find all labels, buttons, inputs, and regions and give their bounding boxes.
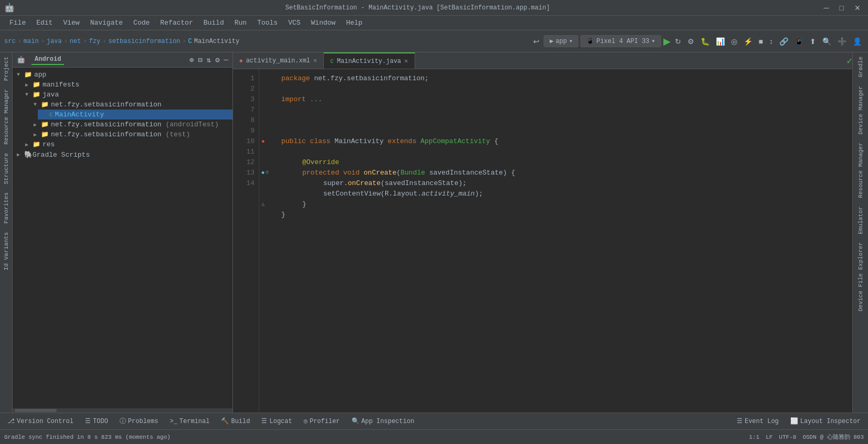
terminal-icon: >_ <box>170 418 177 425</box>
menu-build[interactable]: Build <box>198 18 229 28</box>
bottom-tab-todo[interactable]: ☰ TODO <box>80 415 113 427</box>
bottom-tab-logcat[interactable]: ☰ Logcat <box>256 415 297 427</box>
profile-button[interactable]: 👤 <box>851 36 864 47</box>
menu-refactor[interactable]: Refactor <box>155 18 198 28</box>
bottom-tab-build[interactable]: 🔨 Build <box>216 415 255 427</box>
tree-item-mainactivity[interactable]: C MainActivity <box>38 110 232 120</box>
toolbar-button-7[interactable]: ⚡ <box>742 36 755 47</box>
android-panel-icon: 🤖 <box>17 56 25 64</box>
left-tab-project[interactable]: Project <box>2 52 10 85</box>
panel-tab-android[interactable]: Android <box>31 55 64 65</box>
toolbar-button-12[interactable]: ⬆ <box>808 36 818 47</box>
back-button[interactable]: ↩ <box>531 36 542 47</box>
tab-close-java[interactable]: ✕ <box>404 57 408 65</box>
tab-activity-main-xml[interactable]: ◈ activity_main.xml ✕ <box>233 52 324 69</box>
folder-icon-manifests: 📁 <box>33 81 40 89</box>
right-tab-device-file-explorer[interactable]: Device File Explorer <box>856 240 865 313</box>
breadcrumb-setbasicinformation[interactable]: setbasicinformation <box>108 38 180 45</box>
menu-vcs[interactable]: VCS <box>283 18 305 28</box>
bottom-tab-version-control[interactable]: ⎇ Version Control <box>2 415 79 427</box>
fold-end-icon[interactable]: △ <box>261 199 264 210</box>
toolbar-button-10[interactable]: 🔗 <box>777 36 790 47</box>
toolbar-button-8[interactable]: ■ <box>757 36 765 47</box>
status-encoding[interactable]: LF <box>766 434 772 440</box>
bottom-tab-event-log[interactable]: ☰ Event Log <box>732 415 784 427</box>
panel-close-btn[interactable]: — <box>224 56 228 64</box>
menu-view[interactable]: View <box>58 18 84 28</box>
bottom-tabs: ⎇ Version Control ☰ TODO ⓘ Problems >_ T… <box>0 413 868 429</box>
panel-expand-btn[interactable]: ⊕ <box>189 56 194 64</box>
tree-item-app[interactable]: ▼ 📁 app <box>13 70 232 80</box>
device-dropdown[interactable]: 📱 Pixel 4 API 33 ▾ <box>580 35 661 47</box>
menu-run[interactable]: Run <box>229 18 252 28</box>
bookmark-icon: ◆ <box>261 168 264 178</box>
toolbar-button-9[interactable]: ↕ <box>767 36 775 47</box>
status-position[interactable]: 1:1 <box>749 434 759 440</box>
tab-close-xml[interactable]: ✕ <box>313 57 317 64</box>
minimize-button[interactable]: ─ <box>821 3 832 13</box>
tree-item-manifests[interactable]: ▶ 📁 manifests <box>21 80 232 90</box>
right-tab-device-manager[interactable]: Device Manager <box>856 84 865 136</box>
status-charset[interactable]: UTF-8 <box>779 434 796 440</box>
bottom-tab-app-inspection[interactable]: 🔍 App Inspection <box>346 415 420 427</box>
tree-item-androidtest[interactable]: ▶ 📁 net.fzy.setbasicinformation (android… <box>29 120 232 129</box>
bottom-tab-profiler[interactable]: ◎ Profiler <box>299 415 345 427</box>
search-everywhere-button[interactable]: 🔍 <box>820 36 833 47</box>
debug-button[interactable]: 🐛 <box>698 36 712 47</box>
folder-icon-androidtest: 📁 <box>41 121 49 128</box>
breadcrumb-net[interactable]: net <box>70 38 81 45</box>
code-line-2 <box>281 84 846 94</box>
code-line-6 <box>281 126 846 136</box>
tab-mainactivity-java[interactable]: C MainActivity.java ✕ <box>324 52 415 69</box>
annotation-override: @Override <box>302 157 339 168</box>
scrollbar-horizontal[interactable] <box>13 408 232 413</box>
bottom-tab-layout-inspector[interactable]: ⬜ Layout Inspector <box>785 415 866 427</box>
menu-navigate[interactable]: Navigate <box>85 18 128 28</box>
maximize-button[interactable]: □ <box>837 3 847 13</box>
menu-edit[interactable]: Edit <box>31 18 58 28</box>
menu-window[interactable]: Window <box>306 18 341 28</box>
toolbar-button-3[interactable]: ⚙ <box>685 36 696 47</box>
left-tab-favorites[interactable]: Favorites <box>2 188 10 228</box>
breadcrumb-java[interactable]: java <box>47 38 62 45</box>
gutter: ● ◆▽ △ <box>259 69 275 413</box>
menu-code[interactable]: Code <box>128 18 155 28</box>
menu-help[interactable]: Help <box>341 18 367 28</box>
sync-button[interactable]: ↻ <box>673 36 683 47</box>
fold-icon[interactable]: ▽ <box>266 168 269 178</box>
xml-tab-icon: ◈ <box>239 57 243 64</box>
run-button[interactable]: ▶ <box>663 36 671 47</box>
tree-item-java[interactable]: ▼ 📁 java <box>21 90 232 100</box>
right-tab-gradle[interactable]: Gradle <box>856 55 865 80</box>
panel-collapse-btn[interactable]: ⊟ <box>198 56 202 64</box>
right-tab-emulator[interactable]: Emulator <box>856 204 865 236</box>
left-tab-id-variants[interactable]: Id Variants <box>2 228 10 275</box>
tree-item-test[interactable]: ▶ 📁 net.fzy.setbasicinformation (test) <box>29 129 232 139</box>
close-button[interactable]: ✕ <box>851 3 864 13</box>
toolbar-button-11[interactable]: 📱 <box>792 36 806 47</box>
toolbar-button-6[interactable]: ◎ <box>729 36 739 47</box>
panel-sort-btn[interactable]: ⇅ <box>207 56 211 64</box>
sync-project-button[interactable]: ➕ <box>835 36 849 47</box>
tree-item-gradle[interactable]: ▶ 🐘 Gradle Scripts <box>13 149 232 160</box>
panel-settings-btn[interactable]: ⚙ <box>215 56 219 64</box>
breadcrumb-main[interactable]: main <box>24 38 39 45</box>
tree-item-package[interactable]: ▼ 📁 net.fzy.setbasicinformation <box>29 100 232 110</box>
code-content[interactable]: package net.fzy.setbasicinformation; imp… <box>275 69 852 413</box>
toolbar-button-5[interactable]: 📊 <box>714 36 727 47</box>
tab-label-java: MainActivity.java <box>337 58 401 65</box>
left-tab-structure[interactable]: Structure <box>2 149 10 188</box>
menu-tools[interactable]: Tools <box>252 18 283 28</box>
breadcrumb-mainactivity[interactable]: MainActivity <box>194 38 239 45</box>
breadcrumb-fzy[interactable]: fzy <box>89 38 101 45</box>
left-panel: 🤖 Android ⊕ ⊟ ⇅ ⚙ — ▼ 📁 app ▶ 📁 manifest… <box>13 52 233 413</box>
tree-label-res: res <box>43 140 55 148</box>
right-tab-resource-manager[interactable]: Resource Manager <box>856 140 865 200</box>
bottom-tab-problems[interactable]: ⓘ Problems <box>114 415 164 428</box>
tree-item-res[interactable]: ▶ 📁 res <box>21 139 232 149</box>
breadcrumb-src[interactable]: src <box>4 38 16 45</box>
bottom-tab-terminal[interactable]: >_ Terminal <box>164 416 215 427</box>
menu-file[interactable]: File <box>4 18 31 28</box>
run-config-dropdown[interactable]: ▶ app ▾ <box>544 35 578 47</box>
left-tab-resource-manager[interactable]: Resource Manager <box>2 85 10 149</box>
